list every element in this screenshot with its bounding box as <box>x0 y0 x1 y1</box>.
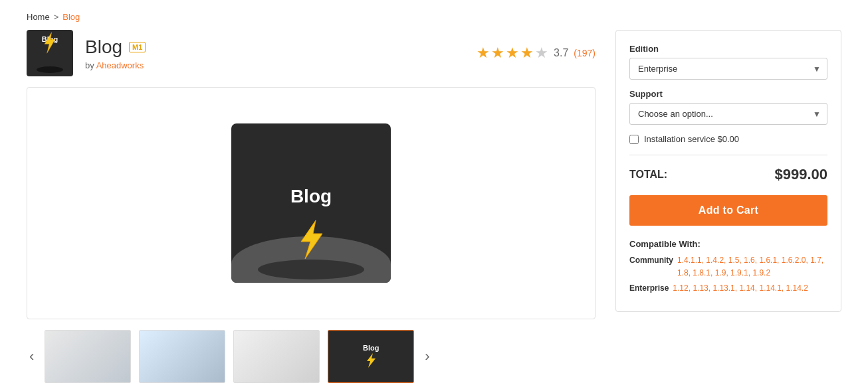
total-price: $999.00 <box>774 166 827 183</box>
star-3: ★ <box>506 44 519 62</box>
m1-badge: M1 <box>129 42 146 52</box>
star-4: ★ <box>520 44 534 62</box>
total-row: TOTAL: $999.00 <box>629 166 827 183</box>
add-to-cart-button[interactable]: Add to Cart <box>629 195 827 226</box>
thumbnail-1[interactable] <box>45 330 131 383</box>
total-label: TOTAL: <box>629 169 667 181</box>
support-select[interactable]: Choose an option... <box>629 103 827 125</box>
svg-marker-1 <box>301 220 322 259</box>
breadcrumb-home[interactable]: Home <box>27 12 50 22</box>
edition-select[interactable]: Enterprise Community Developer <box>629 58 827 80</box>
thumbnail-2[interactable] <box>139 330 225 383</box>
product-header: Blog Blog M1 by Aheadworks <box>27 30 596 76</box>
star-5: ★ <box>535 44 548 62</box>
support-label: Support <box>629 89 827 99</box>
thumbnail-3[interactable] <box>233 330 320 383</box>
product-author: by Aheadworks <box>85 60 146 70</box>
logo-shadow <box>37 66 63 73</box>
preview-lightning-icon <box>294 218 328 263</box>
installation-row: Installation service $0.00 <box>629 134 827 144</box>
logo-lightning-icon <box>40 31 60 56</box>
community-compat-row: Community 1.4.1.1, 1.4.2, 1.5, 1.6, 1.6.… <box>629 254 827 279</box>
rating-section: ★ ★ ★ ★ ★ 3.7 (197) <box>477 44 596 62</box>
author-link[interactable]: Aheadworks <box>96 60 144 70</box>
left-section: Blog Blog M1 by Aheadworks <box>27 30 596 383</box>
divider <box>629 155 827 155</box>
right-panel: Edition Enterprise Community Developer ▼… <box>615 30 841 312</box>
edition-label: Edition <box>629 44 827 54</box>
prev-thumbnail-button[interactable]: ‹ <box>27 348 37 365</box>
compatible-title: Compatible With: <box>629 239 827 249</box>
rating-value: 3.7 <box>554 47 568 59</box>
blog-preview-image: Blog <box>231 123 391 283</box>
product-title-block: Blog M1 by Aheadworks <box>85 37 146 70</box>
breadcrumb: Home > Blog <box>0 0 868 30</box>
product-name: Blog <box>85 37 122 58</box>
enterprise-compat-row: Enterprise 1.12, 1.13, 1.13.1, 1.14, 1.1… <box>629 282 827 295</box>
thumbnail-4[interactable]: Blog <box>328 330 414 383</box>
edition-select-wrapper: Enterprise Community Developer ▼ <box>629 58 827 80</box>
preview-text: Blog <box>290 186 332 207</box>
star-2: ★ <box>491 44 504 62</box>
breadcrumb-current: Blog <box>62 12 80 22</box>
product-title-row: Blog M1 <box>85 37 146 58</box>
community-label: Community <box>629 254 673 279</box>
community-versions: 1.4.1.1, 1.4.2, 1.5, 1.6, 1.6.1, 1.6.2.0… <box>677 254 827 279</box>
support-select-wrapper: Choose an option... ▼ <box>629 103 827 125</box>
compatible-section: Compatible With: Community 1.4.1.1, 1.4.… <box>629 239 827 295</box>
svg-marker-2 <box>367 353 376 368</box>
star-1: ★ <box>477 44 490 62</box>
svg-marker-0 <box>45 33 55 54</box>
enterprise-label: Enterprise <box>629 282 669 295</box>
breadcrumb-separator: > <box>54 12 59 22</box>
product-logo: Blog <box>27 30 73 76</box>
main-image-area: Blog <box>27 87 596 319</box>
stars: ★ ★ ★ ★ ★ <box>477 44 548 62</box>
edition-group: Edition Enterprise Community Developer ▼ <box>629 44 827 80</box>
thumbnails-row: ‹ Blog › <box>27 330 596 383</box>
enterprise-versions: 1.12, 1.13, 1.13.1, 1.14, 1.14.1, 1.14.2 <box>673 282 808 295</box>
main-container: Blog Blog M1 by Aheadworks <box>0 30 868 389</box>
rating-count[interactable]: (197) <box>574 48 596 58</box>
support-group: Support Choose an option... ▼ <box>629 89 827 125</box>
installation-checkbox[interactable] <box>629 135 639 144</box>
installation-label[interactable]: Installation service $0.00 <box>644 134 739 144</box>
next-thumbnail-button[interactable]: › <box>422 348 432 365</box>
author-prefix: by <box>85 60 94 70</box>
